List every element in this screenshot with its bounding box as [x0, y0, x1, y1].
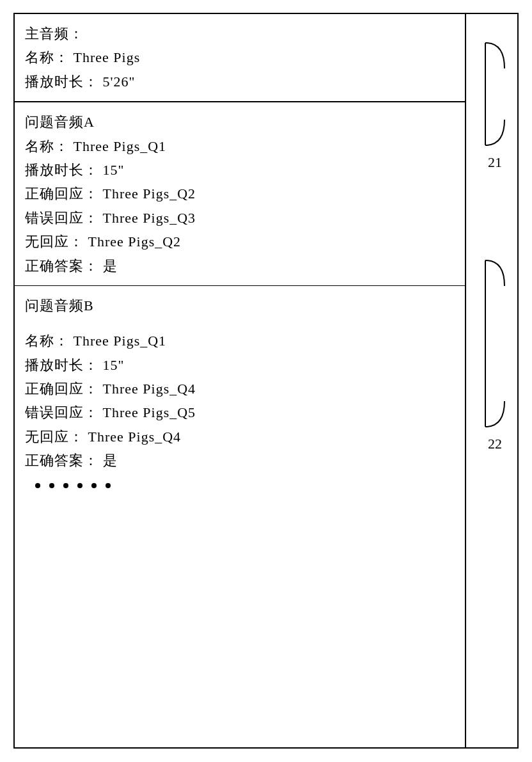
- bracket-top-label: 21: [488, 154, 502, 171]
- qa-name-value: Three Pigs_Q1: [74, 138, 167, 154]
- bracket-top-svg: [479, 36, 511, 152]
- qa-duration-label: 播放时长：: [25, 162, 98, 178]
- dot-1: [35, 483, 40, 488]
- qb-answer-value: 是: [103, 452, 118, 468]
- main-audio-section: 主音频： 名称： Three Pigs 播放时长： 5'26": [15, 14, 465, 102]
- question-b-wrong: 错误回应： Three Pigs_Q5: [25, 401, 455, 424]
- bottom-dots-area: [25, 473, 455, 498]
- question-a-name: 名称： Three Pigs_Q1: [25, 134, 455, 158]
- qa-no-response-label: 无回应：: [25, 234, 84, 250]
- qb-wrong-label: 错误回应：: [25, 404, 98, 420]
- main-audio-heading: 主音频：: [25, 22, 455, 45]
- question-b-answer: 正确答案： 是: [25, 448, 455, 472]
- qa-answer-value: 是: [103, 258, 118, 274]
- bracket-bottom-label: 22: [488, 436, 502, 452]
- question-a-wrong: 错误回应： Three Pigs_Q3: [25, 206, 455, 230]
- dot-2: [49, 483, 54, 488]
- qa-duration-value: 15": [103, 162, 125, 178]
- question-a-no-response: 无回应： Three Pigs_Q2: [25, 230, 455, 253]
- dot-4: [77, 483, 82, 488]
- qb-no-response-label: 无回应：: [25, 429, 84, 445]
- bracket-bottom-svg: [479, 254, 511, 433]
- question-b-name: 名称： Three Pigs_Q1: [25, 329, 455, 353]
- question-b-correct: 正确回应： Three Pigs_Q4: [25, 377, 455, 401]
- qb-no-response-value: Three Pigs_Q4: [88, 429, 182, 445]
- right-sidebar: 21 22: [466, 14, 517, 747]
- question-a-heading: 问题音频A: [25, 110, 455, 134]
- question-a-correct: 正确回应： Three Pigs_Q2: [25, 182, 455, 205]
- question-b-heading: 问题音频B: [25, 294, 455, 317]
- qb-wrong-value: Three Pigs_Q5: [103, 404, 196, 420]
- dot-5: [91, 483, 97, 488]
- main-audio-duration: 播放时长： 5'26": [25, 70, 455, 93]
- qa-correct-label: 正确回应：: [25, 186, 98, 202]
- qb-name-value: Three Pigs_Q1: [74, 333, 167, 349]
- qa-correct-value: Three Pigs_Q2: [103, 186, 196, 202]
- question-a-answer: 正确答案： 是: [25, 254, 455, 278]
- question-a-section: 问题音频A 名称： Three Pigs_Q1 播放时长： 15" 正确回应： …: [15, 102, 465, 286]
- bracket-bottom-area: 22: [473, 193, 517, 513]
- qb-answer-label: 正确答案：: [25, 452, 98, 468]
- question-a-duration: 播放时长： 15": [25, 158, 455, 182]
- qb-duration-value: 15": [103, 357, 125, 373]
- qb-duration-label: 播放时长：: [25, 357, 98, 373]
- question-b-section: 问题音频B 名称： Three Pigs_Q1 播放时长： 15" 正确回应： …: [15, 286, 465, 747]
- qa-no-response-value: Three Pigs_Q2: [88, 234, 182, 250]
- qa-name-label: 名称：: [25, 138, 69, 154]
- bracket-top-area: 21: [473, 14, 517, 193]
- content-area: 主音频： 名称： Three Pigs 播放时长： 5'26" 问题音频A 名称…: [15, 14, 466, 747]
- name-value: Three Pigs: [74, 49, 141, 65]
- dot-6: [106, 483, 111, 488]
- qb-correct-label: 正确回应：: [25, 381, 98, 397]
- qa-wrong-label: 错误回应：: [25, 210, 98, 226]
- qa-answer-label: 正确答案：: [25, 258, 98, 274]
- question-b-duration: 播放时长： 15": [25, 353, 455, 377]
- dot-3: [63, 483, 68, 488]
- question-b-no-response: 无回应： Three Pigs_Q4: [25, 425, 455, 448]
- duration-value: 5'26": [103, 74, 136, 90]
- main-container: 主音频： 名称： Three Pigs 播放时长： 5'26" 问题音频A 名称…: [13, 13, 519, 749]
- qa-wrong-value: Three Pigs_Q3: [103, 210, 196, 226]
- duration-label: 播放时长：: [25, 74, 98, 90]
- qb-name-label: 名称：: [25, 333, 69, 349]
- main-audio-name: 名称： Three Pigs: [25, 45, 455, 69]
- qb-correct-value: Three Pigs_Q4: [103, 381, 196, 397]
- name-label: 名称：: [25, 49, 69, 65]
